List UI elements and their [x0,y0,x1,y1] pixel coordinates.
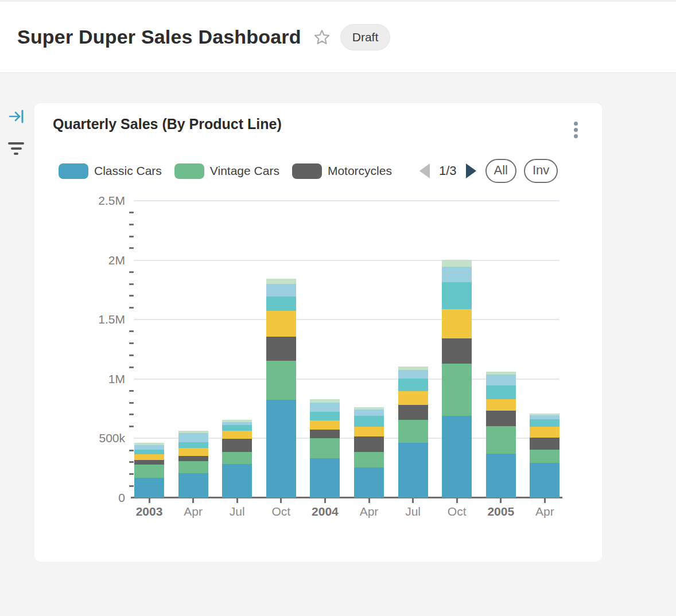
y-minor-tick [129,236,134,237]
collapse-panel-button[interactable] [8,108,25,125]
filter-lines-icon [8,142,24,145]
legend-pager: 1/3 [419,163,476,178]
y-minor-tick [129,426,134,427]
bar-apr [354,407,384,498]
y-minor-tick [129,473,134,475]
bar-segment[interactable] [486,454,516,498]
bar-segment[interactable] [530,450,560,463]
bar-segment[interactable] [530,427,560,437]
bar-segment[interactable] [134,454,164,460]
y-minor-tick [129,390,134,392]
legend-item-motorcycles[interactable]: Motorcycles [292,163,392,179]
bar-segment[interactable] [354,416,384,427]
bar-segment[interactable] [134,460,164,465]
bar-2003 [134,443,164,498]
legend-row: Classic Cars Vintage Cars Motorcycles 1/… [59,160,590,182]
bar-segment[interactable] [398,405,428,420]
x-tick [368,498,370,503]
bar-segment[interactable] [134,478,164,498]
bar-segment[interactable] [222,439,252,452]
bar-segment[interactable] [486,375,516,385]
kebab-icon [574,122,578,126]
bar-segment[interactable] [398,379,428,391]
bar-segment[interactable] [310,458,340,498]
bar-segment[interactable] [310,420,340,430]
legend-item-classic-cars[interactable]: Classic Cars [59,163,162,179]
bar-segment[interactable] [134,465,164,478]
status-badge: Draft [340,24,391,50]
bar-segment[interactable] [442,282,472,309]
bar-2004 [310,399,340,498]
x-tick [456,498,458,503]
bar-segment[interactable] [222,431,252,439]
y-minor-tick [129,247,134,249]
bar-segment[interactable] [266,279,296,284]
bar-segment[interactable] [354,436,384,452]
bar-segment[interactable] [310,403,340,412]
bar-segment[interactable] [310,412,340,420]
bar-segment[interactable] [222,464,252,498]
card-menu-button[interactable] [569,122,582,145]
legend-label: Classic Cars [94,164,162,178]
bar-segment[interactable] [134,450,164,454]
y-minor-tick [129,224,134,225]
bar-segment[interactable] [398,391,428,405]
legend-page-indicator: 1/3 [439,163,457,178]
bar-segment[interactable] [354,467,384,498]
y-minor-tick [129,307,134,309]
bar-segment[interactable] [310,430,340,439]
bar-segment[interactable] [442,267,472,282]
filter-button[interactable] [7,140,25,157]
bar-segment[interactable] [178,473,208,497]
bar-apr [530,414,560,498]
legend-prev-icon[interactable] [419,163,430,178]
bar-segment[interactable] [354,452,384,467]
bar-segment[interactable] [178,448,208,456]
bar-segment[interactable] [398,370,428,378]
bar-segment[interactable] [354,427,384,436]
bar-segment[interactable] [486,385,516,399]
bar-segment[interactable] [266,311,296,337]
y-axis-label: 0 [68,491,125,505]
bar-segment[interactable] [178,433,208,442]
bar-segment[interactable] [530,419,560,427]
bar-segment[interactable] [266,361,296,400]
bar-segment[interactable] [222,452,252,464]
legend-next-icon[interactable] [466,163,476,178]
favorite-button[interactable] [312,27,332,48]
bar-segment[interactable] [442,416,472,498]
legend-swatch [59,163,88,179]
bar-segment[interactable] [442,309,472,338]
bar-segment[interactable] [134,445,164,450]
bar-segment[interactable] [486,411,516,426]
bar-segment[interactable] [398,420,428,443]
bar-segment[interactable] [178,456,208,461]
select-all-button[interactable]: All [485,159,516,183]
bar-segment[interactable] [530,415,560,419]
bar-apr [178,431,208,498]
bar-segment[interactable] [266,284,296,297]
bar-segment[interactable] [354,410,384,416]
bar-segment[interactable] [486,426,516,454]
bar-segment[interactable] [266,400,296,498]
invert-selection-button[interactable]: Inv [524,159,558,183]
bar-segment[interactable] [178,461,208,474]
bar-segment[interactable] [442,338,472,364]
bar-segment[interactable] [442,364,472,416]
legend-swatch [292,163,322,179]
bar-segment[interactable] [398,443,428,498]
bar-segment[interactable] [530,438,560,450]
bar-segment[interactable] [530,463,560,498]
legend-item-vintage-cars[interactable]: Vintage Cars [174,163,279,179]
bar-segment[interactable] [266,297,296,311]
x-tick [324,498,326,503]
bar-segment[interactable] [266,337,296,361]
chart-title: Quarterly Sales (By Product Line) [53,116,282,132]
bar-segment[interactable] [310,438,340,458]
bar-segment[interactable] [178,442,208,448]
bar-segment[interactable] [222,425,252,431]
y-minor-tick [129,295,134,297]
bar-segment[interactable] [442,260,472,267]
bar-segment[interactable] [486,399,516,411]
bar-oct [442,260,472,498]
